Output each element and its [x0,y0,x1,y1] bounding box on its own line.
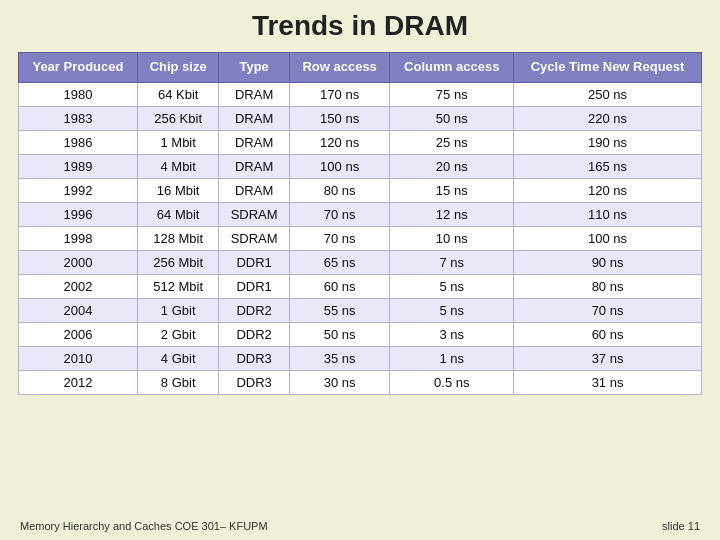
dram-table-wrapper: Year ProducedChip sizeTypeRow accessColu… [18,52,702,516]
table-row: 20128 GbitDDR330 ns0.5 ns31 ns [19,370,702,394]
cell-r1-c1: 256 Kbit [137,106,219,130]
cell-r6-c5: 100 ns [514,226,702,250]
cell-r4-c1: 16 Mbit [137,178,219,202]
cell-r11-c2: DDR3 [219,346,289,370]
cell-r10-c0: 2006 [19,322,138,346]
cell-r12-c3: 30 ns [289,370,390,394]
cell-r2-c4: 25 ns [390,130,514,154]
table-row: 2000256 MbitDDR165 ns7 ns90 ns [19,250,702,274]
col-header-2: Type [219,53,289,83]
table-header-row: Year ProducedChip sizeTypeRow accessColu… [19,53,702,83]
table-row: 2002512 MbitDDR160 ns5 ns80 ns [19,274,702,298]
cell-r2-c3: 120 ns [289,130,390,154]
col-header-3: Row access [289,53,390,83]
footer-right: slide 11 [662,520,700,532]
table-row: 1983256 KbitDRAM150 ns50 ns220 ns [19,106,702,130]
cell-r11-c5: 37 ns [514,346,702,370]
dram-table: Year ProducedChip sizeTypeRow accessColu… [18,52,702,395]
cell-r5-c2: SDRAM [219,202,289,226]
page-title: Trends in DRAM [252,10,468,42]
footer: Memory Hierarchy and Caches COE 301– KFU… [18,520,702,532]
cell-r12-c0: 2012 [19,370,138,394]
table-row: 20062 GbitDDR250 ns3 ns60 ns [19,322,702,346]
cell-r0-c0: 1980 [19,82,138,106]
cell-r2-c5: 190 ns [514,130,702,154]
cell-r6-c3: 70 ns [289,226,390,250]
cell-r10-c4: 3 ns [390,322,514,346]
table-row: 198064 KbitDRAM170 ns75 ns250 ns [19,82,702,106]
cell-r7-c5: 90 ns [514,250,702,274]
cell-r10-c1: 2 Gbit [137,322,219,346]
cell-r3-c2: DRAM [219,154,289,178]
cell-r12-c2: DDR3 [219,370,289,394]
cell-r0-c3: 170 ns [289,82,390,106]
cell-r12-c4: 0.5 ns [390,370,514,394]
cell-r11-c4: 1 ns [390,346,514,370]
cell-r5-c5: 110 ns [514,202,702,226]
cell-r7-c1: 256 Mbit [137,250,219,274]
col-header-1: Chip size [137,53,219,83]
cell-r2-c2: DRAM [219,130,289,154]
table-row: 1998128 MbitSDRAM70 ns10 ns100 ns [19,226,702,250]
cell-r3-c0: 1989 [19,154,138,178]
cell-r5-c1: 64 Mbit [137,202,219,226]
cell-r6-c0: 1998 [19,226,138,250]
cell-r6-c1: 128 Mbit [137,226,219,250]
cell-r8-c1: 512 Mbit [137,274,219,298]
cell-r2-c0: 1986 [19,130,138,154]
cell-r10-c2: DDR2 [219,322,289,346]
col-header-4: Column access [390,53,514,83]
cell-r7-c4: 7 ns [390,250,514,274]
cell-r4-c0: 1992 [19,178,138,202]
cell-r2-c1: 1 Mbit [137,130,219,154]
cell-r1-c0: 1983 [19,106,138,130]
cell-r11-c0: 2010 [19,346,138,370]
table-row: 19894 MbitDRAM100 ns20 ns165 ns [19,154,702,178]
table-row: 199664 MbitSDRAM70 ns12 ns110 ns [19,202,702,226]
cell-r7-c3: 65 ns [289,250,390,274]
cell-r12-c1: 8 Gbit [137,370,219,394]
cell-r3-c5: 165 ns [514,154,702,178]
cell-r4-c2: DRAM [219,178,289,202]
cell-r0-c2: DRAM [219,82,289,106]
cell-r9-c1: 1 Gbit [137,298,219,322]
cell-r3-c1: 4 Mbit [137,154,219,178]
cell-r8-c4: 5 ns [390,274,514,298]
cell-r9-c5: 70 ns [514,298,702,322]
table-row: 20041 GbitDDR255 ns5 ns70 ns [19,298,702,322]
col-header-5: Cycle Time New Request [514,53,702,83]
cell-r5-c4: 12 ns [390,202,514,226]
cell-r1-c5: 220 ns [514,106,702,130]
cell-r8-c3: 60 ns [289,274,390,298]
cell-r8-c5: 80 ns [514,274,702,298]
cell-r3-c4: 20 ns [390,154,514,178]
cell-r4-c5: 120 ns [514,178,702,202]
table-row: 199216 MbitDRAM80 ns15 ns120 ns [19,178,702,202]
cell-r6-c4: 10 ns [390,226,514,250]
cell-r9-c3: 55 ns [289,298,390,322]
cell-r7-c2: DDR1 [219,250,289,274]
cell-r4-c4: 15 ns [390,178,514,202]
cell-r0-c4: 75 ns [390,82,514,106]
cell-r8-c0: 2002 [19,274,138,298]
cell-r5-c3: 70 ns [289,202,390,226]
table-row: 20104 GbitDDR335 ns1 ns37 ns [19,346,702,370]
cell-r1-c4: 50 ns [390,106,514,130]
table-body: 198064 KbitDRAM170 ns75 ns250 ns1983256 … [19,82,702,394]
cell-r8-c2: DDR1 [219,274,289,298]
cell-r0-c1: 64 Kbit [137,82,219,106]
cell-r9-c4: 5 ns [390,298,514,322]
cell-r12-c5: 31 ns [514,370,702,394]
cell-r3-c3: 100 ns [289,154,390,178]
cell-r11-c1: 4 Gbit [137,346,219,370]
cell-r0-c5: 250 ns [514,82,702,106]
cell-r4-c3: 80 ns [289,178,390,202]
cell-r9-c2: DDR2 [219,298,289,322]
cell-r7-c0: 2000 [19,250,138,274]
cell-r6-c2: SDRAM [219,226,289,250]
cell-r1-c3: 150 ns [289,106,390,130]
table-row: 19861 MbitDRAM120 ns25 ns190 ns [19,130,702,154]
cell-r5-c0: 1996 [19,202,138,226]
cell-r11-c3: 35 ns [289,346,390,370]
cell-r9-c0: 2004 [19,298,138,322]
